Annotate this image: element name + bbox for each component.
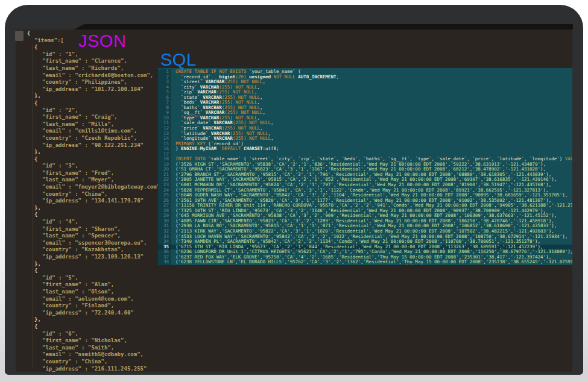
- code-editor: {"items":[{"id" : "1","first_name" : "Cl…: [16, 30, 572, 372]
- json-line: "country" : "Philippines",: [27, 79, 163, 86]
- json-line: "last_name" : "Meyer",: [27, 177, 163, 184]
- json-line: "country" : "Czech Republic",: [27, 135, 163, 142]
- json-line: "id" : "5",: [27, 275, 163, 282]
- json-line: "email" : "nsmith5@cdbaby.com",: [27, 351, 163, 359]
- line-number: 3: [158, 80, 171, 85]
- line-number: 5: [158, 90, 171, 95]
- json-line: },: [27, 149, 163, 156]
- json-line: "last_name" : "Spencer",: [27, 233, 163, 240]
- editor-tab-strip: [74, 24, 573, 30]
- json-label: JSON: [78, 31, 126, 51]
- json-line: "country" : "China",: [27, 191, 163, 198]
- json-line: "first_name" : "Nicholas",: [27, 337, 163, 345]
- json-line: "id" : "2",: [27, 107, 163, 114]
- json-line: },: [27, 316, 163, 324]
- json-line: {: [27, 156, 163, 163]
- sql-label: SQL: [160, 50, 197, 70]
- line-number: 4: [158, 85, 171, 90]
- json-line: "last_name" : "Mills",: [27, 121, 163, 128]
- json-line: "ip_address" : "98.122.251.234": [27, 142, 163, 149]
- line-number: 1: [158, 69, 171, 75]
- sql-code-text: ) ENGINE=MyISAM DEFAULT CHARSET=utf8;: [171, 146, 572, 152]
- sql-code-text: ('6238 YELLOWSTONE LN','EL DORADO HILLS'…: [171, 260, 572, 265]
- json-line: "last_name" : "Smith",: [27, 345, 163, 352]
- json-line: "last_name" : "Richards",: [27, 65, 163, 72]
- json-line: "ip_address" : "72.240.4.60": [27, 310, 163, 317]
- line-number: 6: [158, 95, 171, 101]
- sql-line: 16) ENGINE=MyISAM DEFAULT CHARSET=utf8;: [158, 146, 572, 152]
- json-line: "email" : "sspencer3@europa.eu",: [27, 240, 163, 247]
- json-line: },: [27, 205, 163, 212]
- json-line: "ip_address" : "101.72.100.184": [27, 86, 163, 93]
- json-line: "first_name" : "Clarence",: [27, 58, 163, 65]
- line-number: 2: [158, 75, 171, 80]
- json-line: "id" : "6",: [27, 331, 163, 338]
- json-line: "email" : "aolson4@com.com",: [27, 296, 163, 303]
- json-line: "first_name" : "Fred",: [27, 170, 163, 177]
- json-line: "ip_address" : "134.141.179.76": [27, 198, 163, 205]
- json-line: "country" : "Finland",: [27, 302, 163, 310]
- json-line: "email" : "crichards0@boston.com",: [27, 72, 163, 80]
- gutter-marker: [15, 31, 24, 41]
- json-line: {: [27, 324, 163, 331]
- monitor-frame: {"items":[{"id" : "1","first_name" : "Cl…: [5, 5, 583, 375]
- json-line: },: [27, 93, 163, 100]
- json-line: "ip_address" : "123.109.126.13": [27, 254, 163, 261]
- json-line: "email" : "fmeyer2@biblegateway.com",: [27, 184, 163, 191]
- line-number: 38: [158, 260, 171, 265]
- json-line: {: [27, 100, 163, 107]
- json-line: },: [27, 261, 163, 268]
- json-line: "ip_address" : "216.111.245.255": [27, 366, 163, 372]
- sql-line: 38('6238 YELLOWSTONE LN','EL DORADO HILL…: [158, 260, 572, 265]
- json-line: "first_name" : "Alan",: [27, 281, 163, 289]
- json-line: "first_name" : "Craig",: [27, 114, 163, 121]
- sql-panel[interactable]: 1CREATE TABLE IF NOT EXISTS `your_table_…: [158, 68, 572, 265]
- json-line: "country" : "Kazakhstan",: [27, 246, 163, 254]
- json-line: "id" : "3",: [27, 163, 163, 170]
- json-line: {: [27, 211, 163, 219]
- json-line: "id" : "1",: [27, 51, 163, 58]
- json-code[interactable]: {"items":[{"id" : "1","first_name" : "Cl…: [27, 30, 163, 372]
- json-line: "email" : "cmills1@time.com",: [27, 128, 163, 135]
- json-line: "last_name" : "Olson",: [27, 289, 163, 296]
- json-line: {: [27, 268, 163, 275]
- json-line: "first_name" : "Sharon",: [27, 226, 163, 233]
- line-number: 8: [158, 105, 171, 111]
- json-line: "id" : "4",: [27, 219, 163, 226]
- line-number: 7: [158, 100, 171, 105]
- json-line: "country" : "China",: [27, 359, 163, 366]
